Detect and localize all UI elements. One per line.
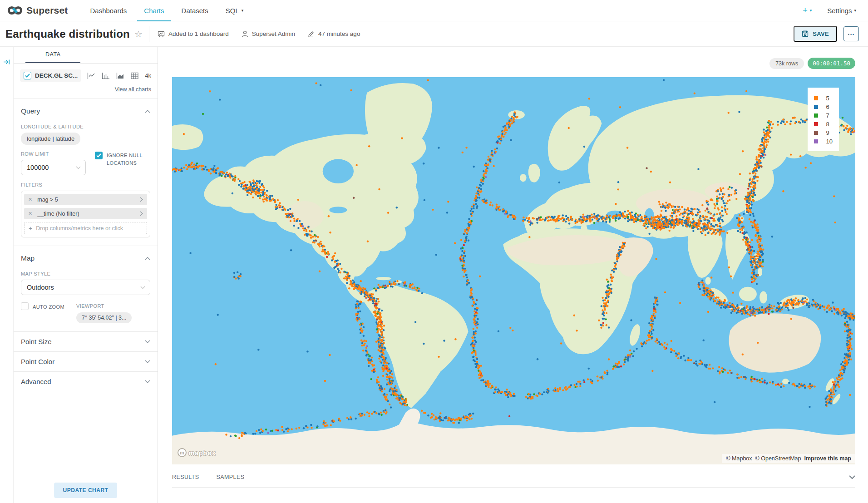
mapbox-logo-icon: m bbox=[178, 448, 187, 457]
chevron-right-icon[interactable] bbox=[140, 197, 143, 202]
viz-type-chip[interactable]: DECK.GL SC... bbox=[20, 69, 81, 82]
brand-name: Superset bbox=[26, 5, 68, 16]
save-button[interactable]: SAVE bbox=[794, 26, 837, 42]
tab-data[interactable]: DATA bbox=[25, 47, 80, 63]
chart-header: Earthquake distribution ☆ Added to 1 das… bbox=[0, 21, 868, 47]
auto-zoom-checkbox[interactable] bbox=[21, 302, 29, 310]
filter-chip-mag[interactable]: ✕ mag > 5 bbox=[24, 194, 147, 205]
section-query[interactable]: Query bbox=[14, 99, 158, 117]
remove-filter-icon[interactable]: ✕ bbox=[28, 211, 32, 217]
map-attribution: © Mapbox © OpenStreetMap Improve this ma… bbox=[722, 454, 855, 463]
map-canvas[interactable]: 5678910 m mapbox © Mapbox © OpenStreetMa… bbox=[172, 77, 855, 464]
chevron-down-icon: ▾ bbox=[854, 8, 856, 13]
chevron-right-icon[interactable] bbox=[140, 211, 143, 216]
tab-results[interactable]: RESULTS bbox=[172, 474, 199, 480]
legend-swatch bbox=[814, 139, 818, 143]
chevron-down-icon bbox=[140, 286, 145, 289]
lon-lat-label: LONGITUDE & LATITUDE bbox=[21, 124, 150, 129]
auto-zoom-label: AUTO ZOOM bbox=[33, 302, 64, 311]
ignore-null-label: IGNORE NULL LOCATIONS bbox=[107, 152, 150, 175]
page-title: Earthquake distribution bbox=[5, 28, 130, 40]
update-chart-button[interactable]: UPDATE CHART bbox=[54, 483, 118, 498]
collapse-panel-icon[interactable] bbox=[3, 59, 10, 503]
dashboards-badge[interactable]: Added to 1 dashboard bbox=[158, 30, 229, 38]
nav-item-sql[interactable]: SQL ▾ bbox=[217, 0, 252, 21]
viz-type-label: DECK.GL SC... bbox=[35, 72, 78, 79]
nav-item-dashboards[interactable]: Dashboards bbox=[81, 0, 135, 21]
legend-item: 8 bbox=[814, 121, 833, 128]
line-chart-icon[interactable] bbox=[87, 72, 95, 79]
table-icon[interactable] bbox=[131, 72, 138, 79]
section-advanced[interactable]: Advanced bbox=[14, 371, 158, 391]
filters-box: ✕ mag > 5 ✕ __time (No filter) + bbox=[21, 191, 150, 237]
filter-dropzone[interactable]: + Drop columns/metrics here or click bbox=[24, 222, 147, 234]
user-icon bbox=[242, 30, 248, 38]
nav-item-datasets[interactable]: Datasets bbox=[173, 0, 217, 21]
osm-attribution-link[interactable]: © OpenStreetMap bbox=[755, 455, 801, 462]
section-map[interactable]: Map bbox=[14, 246, 158, 264]
legend-item: 5 bbox=[814, 95, 833, 102]
row-limit-select[interactable]: 100000 bbox=[21, 160, 86, 175]
lon-lat-chip[interactable]: longitude | latitude bbox=[21, 133, 80, 145]
expand-results-chevron-icon[interactable] bbox=[849, 475, 855, 479]
legend-swatch bbox=[814, 113, 818, 118]
legend-item: 10 bbox=[814, 138, 833, 145]
view-all-charts-link[interactable]: View all charts bbox=[14, 83, 158, 99]
chevron-down-icon bbox=[145, 380, 150, 383]
viewport-chip[interactable]: 7° 35' 54.02" | 3... bbox=[76, 312, 132, 323]
island-sri-lanka bbox=[705, 277, 710, 285]
legend-label: 6 bbox=[826, 104, 829, 110]
mapbox-attribution-link[interactable]: © Mapbox bbox=[726, 455, 752, 462]
viewport-label: VIEWPORT bbox=[76, 303, 132, 309]
nav-item-charts[interactable]: Charts bbox=[135, 0, 173, 21]
more-actions-button[interactable]: ... bbox=[843, 26, 859, 41]
viz-selected-checkbox[interactable] bbox=[24, 72, 31, 79]
save-icon bbox=[802, 30, 809, 37]
section-point-color[interactable]: Point Color bbox=[14, 351, 158, 371]
landmass-indochina bbox=[725, 229, 750, 280]
legend-swatch bbox=[814, 96, 818, 100]
top-navbar: Superset Dashboards Charts Datasets SQL … bbox=[0, 0, 868, 21]
area-chart-icon[interactable] bbox=[116, 72, 124, 79]
owner-badge[interactable]: Superset Admin bbox=[242, 30, 295, 38]
legend-label: 8 bbox=[826, 121, 829, 128]
hudson-bay bbox=[323, 159, 354, 183]
bar-chart-icon[interactable] bbox=[102, 72, 110, 79]
island-cuba bbox=[376, 277, 391, 280]
superset-brand[interactable]: Superset bbox=[7, 0, 68, 21]
filters-label: FILTERS bbox=[21, 182, 150, 187]
results-pane-tabs: RESULTS SAMPLES bbox=[172, 474, 855, 488]
map-style-select[interactable]: Outdoors bbox=[21, 280, 150, 295]
chart-area: 73k rows 00:00:01.50 bbox=[158, 47, 868, 503]
section-point-size[interactable]: Point Size bbox=[14, 331, 158, 351]
mapbox-wordmark: mapbox bbox=[188, 449, 216, 457]
chevron-down-icon bbox=[145, 360, 150, 363]
chevron-down-icon bbox=[145, 340, 150, 343]
landmass-australia bbox=[729, 313, 821, 373]
improve-map-link[interactable]: Improve this map bbox=[804, 455, 852, 462]
new-item-button[interactable]: + ▾ bbox=[803, 6, 812, 15]
tab-samples[interactable]: SAMPLES bbox=[217, 474, 245, 480]
ignore-null-checkbox[interactable] bbox=[95, 152, 103, 159]
pencil-icon bbox=[308, 30, 315, 37]
mapbox-logo[interactable]: m mapbox bbox=[178, 448, 216, 457]
world-map bbox=[172, 77, 855, 464]
landmass-ireland bbox=[520, 174, 527, 182]
panel-tabs: DATA bbox=[14, 47, 158, 64]
desert-gobi bbox=[705, 182, 747, 200]
panel-collapse-rail bbox=[0, 47, 14, 503]
settings-menu[interactable]: Settings ▾ bbox=[827, 7, 856, 15]
superset-logo-icon bbox=[7, 5, 23, 15]
nav-items: Dashboards Charts Datasets SQL ▾ bbox=[81, 0, 252, 21]
favorite-star-icon[interactable]: ☆ bbox=[134, 29, 143, 39]
remove-filter-icon[interactable]: ✕ bbox=[28, 197, 32, 202]
filter-chip-time[interactable]: ✕ __time (No filter) bbox=[24, 208, 147, 219]
legend-label: 9 bbox=[826, 129, 829, 136]
legend-item: 7 bbox=[814, 112, 833, 119]
last-modified-badge[interactable]: 47 minutes ago bbox=[308, 30, 360, 37]
dashboard-icon bbox=[158, 30, 165, 38]
control-panel: DATA DECK.GL SC... bbox=[14, 47, 158, 503]
landmass-chukotka bbox=[172, 124, 203, 150]
map-legend: 5678910 bbox=[808, 88, 839, 151]
legend-swatch bbox=[814, 105, 818, 109]
